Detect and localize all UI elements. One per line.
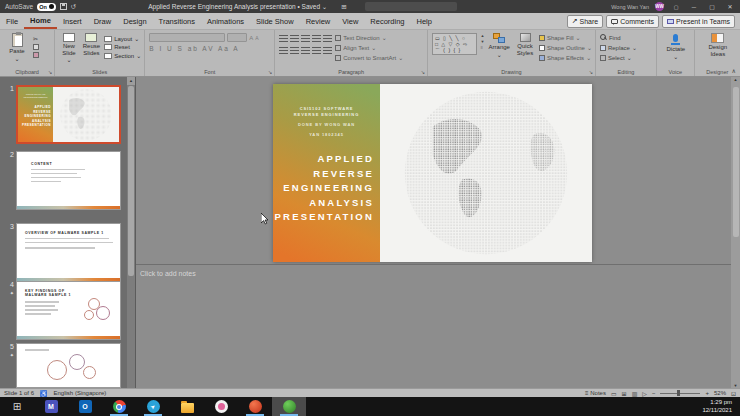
tab-animations[interactable]: Animations <box>201 15 250 28</box>
fit-slide-button[interactable]: ⊡ <box>731 390 736 397</box>
taskbar-file-explorer[interactable] <box>170 397 204 416</box>
zoom-slider[interactable] <box>660 393 700 394</box>
slide-thumbnail-2[interactable]: CONTENT <box>16 151 121 210</box>
align-right-icon[interactable] <box>301 47 310 55</box>
format-painter-icon[interactable] <box>33 52 39 58</box>
tab-insert[interactable]: Insert <box>57 15 88 28</box>
design-ideas-button[interactable]: Design Ideas <box>701 33 735 57</box>
tab-slide-show[interactable]: Slide Show <box>250 15 300 28</box>
close-button[interactable]: ✕ <box>724 3 736 10</box>
maximize-button[interactable]: ▢ <box>706 3 718 10</box>
zoom-in-button[interactable]: + <box>705 390 709 396</box>
copy-icon[interactable] <box>33 44 39 50</box>
present-in-teams-button[interactable]: Present in Teams <box>662 15 735 28</box>
canvas-scrollbar[interactable]: ▲ ▼ <box>731 77 740 388</box>
paste-button[interactable]: Paste ⌄ <box>4 33 30 62</box>
saved-status[interactable]: Saved <box>302 3 320 10</box>
slide-sorter-view-button[interactable]: ⊞ <box>622 390 627 397</box>
slideshow-button[interactable]: ▷ <box>642 390 647 397</box>
font-format-buttons[interactable]: B I U S ab AV Aa A <box>149 45 239 52</box>
tab-recording[interactable]: Recording <box>364 15 410 28</box>
tab-help[interactable]: Help <box>411 15 438 28</box>
tab-home[interactable]: Home <box>24 14 57 29</box>
line-spacing-icon[interactable] <box>323 35 332 43</box>
find-button[interactable]: Find <box>600 34 621 41</box>
shape-outline-button[interactable]: Shape Outline ⌄ <box>539 44 592 51</box>
autosave-toggle[interactable]: On <box>37 3 56 11</box>
reuse-slides-button[interactable]: Reuse Slides <box>82 33 101 56</box>
grow-font-icon[interactable]: A <box>249 35 253 41</box>
taskbar-app-red[interactable] <box>238 397 272 416</box>
tab-design[interactable]: Design <box>117 15 152 28</box>
avatar[interactable]: WW <box>655 2 664 11</box>
shape-effects-button[interactable]: Shape Effects ⌄ <box>539 54 592 61</box>
taskbar-chrome[interactable] <box>102 397 136 416</box>
zoom-out-button[interactable]: − <box>652 390 656 396</box>
notes-placeholder[interactable]: Click to add notes <box>136 265 731 277</box>
tab-review[interactable]: Review <box>300 15 337 28</box>
slide-thumbnail-5[interactable] <box>16 343 121 388</box>
dictate-button[interactable]: Dictate ⌄ <box>663 33 689 60</box>
zoom-level[interactable]: 52% <box>714 390 726 396</box>
font-dialog-launcher-icon[interactable]: ↘ <box>268 69 272 75</box>
share-button[interactable]: ↗ Share <box>567 15 604 28</box>
taskbar-app-m[interactable]: M <box>34 397 68 416</box>
section-button[interactable]: Section ⌄ <box>104 52 141 59</box>
search-box[interactable] <box>365 2 457 11</box>
font-size-input[interactable] <box>227 33 247 42</box>
tab-file[interactable]: File <box>0 15 24 28</box>
bullets-icon[interactable] <box>279 35 288 43</box>
normal-view-button[interactable]: ▭ <box>611 390 617 397</box>
reading-view-button[interactable]: ▥ <box>632 390 638 397</box>
scroll-up-icon[interactable]: ▲ <box>734 77 738 82</box>
slide-thumbnail-3[interactable]: OVERVIEW OF MALWARE SAMPLE 1 <box>16 223 121 282</box>
convert-smartart-button[interactable]: Convert to SmartArt ⌄ <box>335 54 403 61</box>
save-icon[interactable] <box>60 3 67 10</box>
taskbar-outlook[interactable]: O <box>68 397 102 416</box>
quick-styles-button[interactable]: Quick Styles <box>514 33 536 56</box>
start-button[interactable]: ⊞ <box>0 397 34 416</box>
paragraph-dialog-launcher-icon[interactable]: ↘ <box>421 69 425 75</box>
slide-thumbnail-4[interactable]: KEY FINDINGS OF MALWARE SAMPLE 1 <box>16 281 121 340</box>
shape-fill-button[interactable]: Shape Fill ⌄ <box>539 34 592 41</box>
align-left-icon[interactable] <box>279 47 288 55</box>
taskbar-app-cloud[interactable] <box>204 397 238 416</box>
accessibility-icon[interactable]: ♿ <box>40 390 48 397</box>
select-button[interactable]: Select ⌄ <box>600 54 632 61</box>
font-name-input[interactable] <box>149 33 225 42</box>
notes-pane[interactable]: Click to add notes <box>136 265 731 388</box>
shapes-more-icon[interactable]: ≡ <box>480 45 484 50</box>
minimize-button[interactable]: ─ <box>688 4 700 10</box>
collapse-ribbon-icon[interactable]: ∧ <box>732 67 736 74</box>
increase-indent-icon[interactable] <box>312 35 321 43</box>
scroll-up-icon[interactable]: ▲ <box>127 77 135 85</box>
columns-icon[interactable] <box>323 47 332 55</box>
taskbar-clock[interactable]: 1:29 pm 12/11/2021 <box>702 399 740 414</box>
reset-button[interactable]: Reset <box>104 44 141 50</box>
ribbon-options-icon[interactable]: ▢ <box>670 4 682 10</box>
touch-mode-icon[interactable]: ⊞ <box>341 3 346 11</box>
clipboard-dialog-launcher-icon[interactable]: ↘ <box>48 69 52 75</box>
replace-button[interactable]: Replace ⌄ <box>600 44 637 51</box>
current-slide[interactable]: CSI5102 SOFTWARE REVERSE ENGINEERING DON… <box>273 84 592 262</box>
undo-icon[interactable]: ↺ <box>71 3 76 11</box>
comments-button[interactable]: Comments <box>606 15 659 28</box>
taskbar-telegram[interactable]: ➤ <box>136 397 170 416</box>
thumbnail-scrollbar[interactable]: ▲ <box>127 77 135 388</box>
numbering-icon[interactable] <box>290 35 299 43</box>
align-text-button[interactable]: Align Text ⌄ <box>335 44 403 51</box>
shapes-scroll-down-icon[interactable]: ▼ <box>480 39 484 44</box>
decrease-indent-icon[interactable] <box>301 35 310 43</box>
shrink-font-icon[interactable]: A <box>255 35 258 41</box>
tab-view[interactable]: View <box>336 15 364 28</box>
cut-icon[interactable]: ✂ <box>33 35 39 42</box>
arrange-button[interactable]: Arrange ⌄ <box>487 33 511 58</box>
shapes-scroll-up-icon[interactable]: ▲ <box>480 33 484 38</box>
slide-thumbnail-1[interactable]: CSI5102 SOFTWARE REVERSE ENGINEERING APP… <box>16 85 121 144</box>
text-direction-button[interactable]: Text Direction ⌄ <box>335 34 403 41</box>
shapes-gallery[interactable]: ▭ ▯ ╲ ╲ ○ □ △ ▽ ◇ ⇨ ⌒ ( ) { } <box>432 33 478 55</box>
drawing-dialog-launcher-icon[interactable]: ↘ <box>589 69 593 75</box>
tab-transitions[interactable]: Transitions <box>153 15 201 28</box>
align-center-icon[interactable] <box>290 47 299 55</box>
taskbar-app-green-active[interactable] <box>272 397 306 416</box>
